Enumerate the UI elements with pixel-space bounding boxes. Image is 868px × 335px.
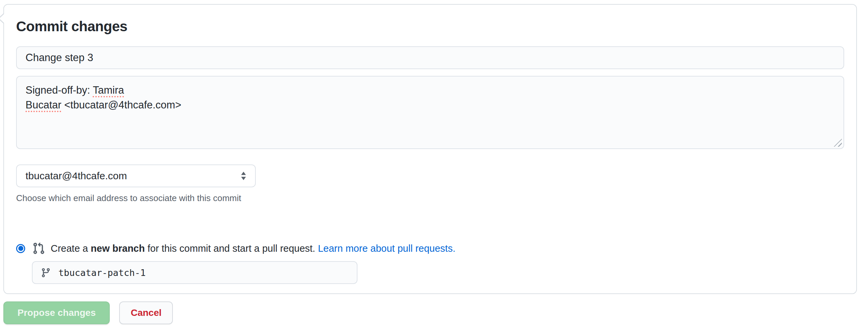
new-branch-option-row: Create a new branch for this commit and … (16, 241, 844, 256)
git-branch-icon (41, 268, 51, 278)
misspelled-word: Bucatar (26, 99, 61, 111)
description-text: <tbucatar@4thcafe.com> (61, 99, 181, 111)
branch-name-field[interactable] (32, 261, 358, 284)
branch-name-input[interactable] (58, 267, 349, 278)
propose-changes-button[interactable]: Propose changes (3, 301, 110, 324)
email-select-value: tbucatar@4thcafe.com (26, 170, 127, 182)
new-branch-bold: new branch (91, 243, 145, 254)
commit-changes-panel: Commit changes Signed-off-by: Tamira Buc… (3, 4, 857, 294)
new-branch-option-label: Create a new branch for this commit and … (51, 242, 456, 255)
commit-description-textarea[interactable]: Signed-off-by: Tamira Bucatar <tbucatar@… (16, 76, 844, 149)
new-branch-radio[interactable] (16, 244, 25, 253)
misspelled-word: Tamira (93, 84, 124, 96)
description-text: Signed-off-by: (26, 84, 93, 96)
cancel-button[interactable]: Cancel (119, 301, 173, 324)
git-pull-request-icon (32, 242, 45, 255)
up-down-arrows-icon (241, 171, 246, 181)
textarea-resize-handle[interactable] (834, 139, 842, 147)
page-title: Commit changes (16, 19, 844, 34)
commit-message-input[interactable] (16, 46, 844, 69)
form-actions: Propose changes Cancel (3, 301, 868, 324)
email-helper-text: Choose which email address to associate … (16, 193, 844, 204)
learn-more-link[interactable]: Learn more about pull requests. (318, 243, 455, 254)
email-select[interactable]: tbucatar@4thcafe.com (16, 164, 256, 187)
